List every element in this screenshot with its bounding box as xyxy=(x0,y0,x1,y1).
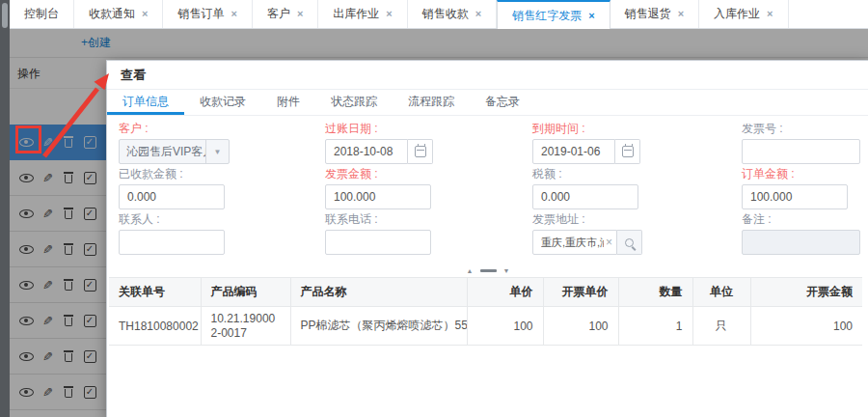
cell-invoice-unit-price: 100 xyxy=(543,307,618,346)
tab-console[interactable]: 控制台 xyxy=(10,0,74,28)
app-screen: 控制台 收款通知× 销售订单× 客户× 出库作业× 销售收款× 销售红字发票× … xyxy=(0,0,868,417)
col-related-order[interactable]: 关联单号 xyxy=(109,278,201,307)
col-quantity[interactable]: 数量 xyxy=(618,278,692,307)
tab-close-icon[interactable]: × xyxy=(231,9,236,19)
invoice-amount-value: 100.000 xyxy=(334,185,375,208)
invoice-form: 客户 : 沁园售后VIP客户 ▼ 过账日期 : 2018-10-08 到期时间 … xyxy=(107,116,868,258)
cell-unit-price: 100 xyxy=(467,307,543,346)
tab-inbound[interactable]: 入库作业× xyxy=(699,0,788,28)
invoice-amount-input[interactable]: 100.000 xyxy=(325,184,431,209)
tab-close-icon[interactable]: × xyxy=(297,9,303,19)
tab-sales-order[interactable]: 销售订单× xyxy=(163,0,252,28)
products-table: 关联单号 产品编码 产品名称 单价 开票单价 数量 单位 开票金额 TH1810… xyxy=(109,277,862,346)
customer-value: 沁园售后VIP客户 xyxy=(120,140,205,163)
tax-amount-label: 税额 : xyxy=(532,167,742,181)
tab-close-icon[interactable]: × xyxy=(767,9,773,19)
field-customer: 客户 : 沁园售后VIP客户 ▼ xyxy=(119,122,325,164)
clear-icon[interactable]: × xyxy=(606,231,612,254)
tab-outbound[interactable]: 出库作业× xyxy=(318,0,407,28)
view-dialog: 查看 订单信息 收款记录 附件 状态跟踪 流程跟踪 备忘录 客户 : 沁园售后V… xyxy=(106,60,868,417)
received-amount-value: 0.000 xyxy=(127,185,156,208)
col-invoice-unit-price[interactable]: 开票单价 xyxy=(543,278,618,307)
col-product-name[interactable]: 产品名称 xyxy=(290,278,467,307)
field-invoice-no: 发票号 : xyxy=(742,122,868,164)
due-date-calendar-button[interactable] xyxy=(615,139,640,164)
col-product-code[interactable]: 产品编码 xyxy=(201,278,290,307)
field-contact: 联系人 : xyxy=(119,212,325,255)
tab-memo[interactable]: 备忘录 xyxy=(470,90,535,115)
cell-product-code: 10.21.190002-0017 xyxy=(201,307,290,346)
posting-date-input[interactable]: 2018-10-08 xyxy=(325,139,408,164)
tab-close-icon[interactable]: × xyxy=(588,11,594,21)
tab-attachments[interactable]: 附件 xyxy=(261,90,315,115)
contact-phone-input[interactable] xyxy=(325,230,431,255)
invoice-no-label: 发票号 : xyxy=(742,122,868,136)
field-invoice-address: 发票地址 : 重庆,重庆市,渝北区,[], × xyxy=(532,212,742,255)
collapse-up-icon[interactable]: ▲ xyxy=(467,267,474,274)
tab-label: 客户 xyxy=(267,6,290,22)
cell-unit: 只 xyxy=(692,307,750,346)
col-invoice-amount[interactable]: 开票金额 xyxy=(750,278,862,307)
invoice-address-value: 重庆,重庆市,渝北区,[], xyxy=(541,231,604,254)
order-amount-label: 订单金额 : xyxy=(742,167,868,181)
due-date-input[interactable]: 2019-01-06 xyxy=(532,139,615,164)
splitter-handle[interactable] xyxy=(480,269,497,272)
remark-label: 备注 : xyxy=(742,212,868,227)
field-tax-amount: 税额 : 0.000 xyxy=(532,167,742,209)
search-icon xyxy=(625,238,634,247)
cell-product-name: PP棉滤芯（聚丙烯熔喷滤芯）5598/559... xyxy=(290,307,467,346)
invoice-address-input[interactable]: 重庆,重庆市,渝北区,[], × xyxy=(532,230,617,255)
order-amount-value: 100.000 xyxy=(750,185,792,208)
tab-close-icon[interactable]: × xyxy=(142,9,148,19)
dialog-title: 查看 xyxy=(107,61,868,90)
contact-input[interactable] xyxy=(119,230,225,255)
tab-sales-receipt[interactable]: 销售收款× xyxy=(408,0,497,28)
tab-process-tracking[interactable]: 流程跟踪 xyxy=(393,90,470,115)
tab-red-invoice-active[interactable]: 销售红字发票× xyxy=(497,0,610,29)
annotation-highlight-box xyxy=(15,125,41,153)
due-date-label: 到期时间 : xyxy=(532,122,742,136)
tab-sales-return[interactable]: 销售退货× xyxy=(610,0,699,28)
col-unit[interactable]: 单位 xyxy=(692,278,750,307)
field-remark: 备注 : xyxy=(742,212,868,255)
remark-input[interactable] xyxy=(742,230,860,255)
address-search-button[interactable] xyxy=(617,230,642,255)
tab-close-icon[interactable]: × xyxy=(678,9,684,19)
tab-label: 收款通知 xyxy=(89,6,135,22)
customer-select[interactable]: 沁园售后VIP客户 ▼ xyxy=(119,139,230,164)
collapse-down-icon[interactable]: ▼ xyxy=(503,267,510,274)
tab-label: 控制台 xyxy=(24,6,59,22)
tab-status-tracking[interactable]: 状态跟踪 xyxy=(315,90,393,115)
tab-receipt-records[interactable]: 收款记录 xyxy=(184,90,261,115)
col-unit-price[interactable]: 单价 xyxy=(467,278,543,307)
order-amount-input[interactable]: 100.000 xyxy=(742,184,848,209)
dialog-tabbar: 订单信息 收款记录 附件 状态跟踪 流程跟踪 备忘录 xyxy=(107,90,868,116)
field-invoice-amount: 发票金额 : 100.000 xyxy=(325,167,532,209)
received-amount-input[interactable]: 0.000 xyxy=(119,184,225,209)
tab-customer[interactable]: 客户× xyxy=(253,0,318,28)
field-received-amount: 已收款金额 : 0.000 xyxy=(119,167,325,209)
field-order-amount: 订单金额 : 100.000 xyxy=(742,167,868,209)
calendar-icon xyxy=(622,146,634,157)
contact-phone-label: 联系电话 : xyxy=(325,212,532,227)
customer-label: 客户 : xyxy=(119,122,325,136)
scrollbar-thumb[interactable] xyxy=(2,3,8,28)
table-header-row: 关联单号 产品编码 产品名称 单价 开票单价 数量 单位 开票金额 xyxy=(109,278,862,307)
posting-date-value: 2018-10-08 xyxy=(334,140,393,163)
invoice-no-input[interactable] xyxy=(742,139,860,164)
tax-amount-input[interactable]: 0.000 xyxy=(532,184,638,209)
tab-label: 出库作业 xyxy=(333,6,379,22)
received-amount-label: 已收款金额 : xyxy=(119,167,325,181)
tab-payment-notice[interactable]: 收款通知× xyxy=(74,0,163,28)
field-posting-date: 过账日期 : 2018-10-08 xyxy=(325,122,532,164)
field-contact-phone: 联系电话 : xyxy=(325,212,532,255)
table-row[interactable]: TH1810080002 10.21.190002-0017 PP棉滤芯（聚丙烯… xyxy=(109,307,862,346)
posting-date-calendar-button[interactable] xyxy=(408,139,433,164)
tab-close-icon[interactable]: × xyxy=(475,9,481,19)
posting-date-label: 过账日期 : xyxy=(325,122,532,136)
tab-close-icon[interactable]: × xyxy=(386,9,392,19)
tab-order-info[interactable]: 订单信息 xyxy=(107,90,184,115)
left-edge-panel xyxy=(0,0,10,417)
tax-amount-value: 0.000 xyxy=(541,185,570,208)
contact-label: 联系人 : xyxy=(119,212,325,227)
